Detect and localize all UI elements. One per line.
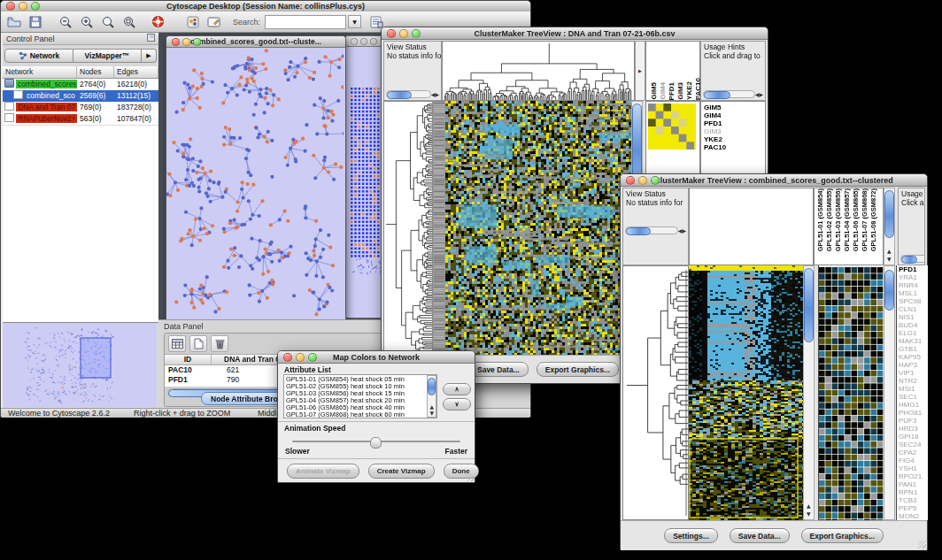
gene-label[interactable]: PAC10 [704,143,765,151]
tv2-status-scrollbar[interactable] [625,226,678,234]
network-table-row[interactable]: combined_scores_ 2764(0) 16218(0) [3,79,158,90]
annotation-icon[interactable] [205,13,224,31]
scroll-right-icon[interactable]: ▶ [435,91,439,97]
tv2-row-dendrogram[interactable] [622,265,689,520]
gene-label[interactable]: PUF3 [899,417,928,425]
close-button[interactable] [351,38,358,45]
close-button[interactable] [283,353,292,362]
gene-label[interactable]: YKE2 [704,135,765,143]
delete-attribute-icon[interactable] [211,335,228,352]
tv1-column-dendrogram[interactable] [442,41,635,101]
attribute-list-item[interactable]: GPL51-01 (GSM854) heat shock 05 min [286,376,435,383]
gene-label[interactable]: RPN1 [899,488,928,496]
minimize-button[interactable] [638,176,647,185]
gene-label[interactable]: PFD1 [704,119,765,127]
gene-label[interactable]: NIS1 [899,313,928,321]
network-overview[interactable] [3,322,158,408]
open-session-icon[interactable] [4,13,24,31]
gene-label[interactable]: MSI1 [899,385,928,393]
network-view-canvas[interactable] [166,48,344,319]
zoom-button[interactable] [651,176,660,185]
tv1-splitter-strip[interactable]: ▶ [635,41,645,101]
plugins-icon[interactable] [183,13,203,31]
zoom-button[interactable] [308,353,317,362]
network-table-row[interactable]: combined_sco 2569(6) 13112(15) [3,90,158,102]
search-dropdown-icon[interactable]: ▼ [348,15,361,28]
close-button[interactable] [626,176,635,185]
gene-label[interactable]: YRA1 [899,273,928,281]
gene-label[interactable]: VIP1 [899,369,928,377]
save-session-icon[interactable] [26,13,45,31]
column-label[interactable]: GPL51-07 (GSM868) [861,188,869,251]
float-panel-icon[interactable] [147,34,155,43]
gene-label[interactable]: SPC98 [899,297,928,305]
tab-vizmapper[interactable]: VizMapper™ [73,49,142,63]
scroll-down-icon[interactable]: ▼ [429,410,434,416]
network-window-a[interactable]: combined_scores_good.txt--cluste... [166,35,346,319]
gene-label[interactable]: GIM5 [704,104,765,111]
treeview1-titlebar[interactable]: ClusterMaker TreeView : DNA and Tran 07-… [382,27,768,40]
gene-label[interactable]: PEP5 [899,504,928,512]
close-button[interactable] [6,2,15,11]
zoom-button[interactable] [370,38,377,45]
tv1-zoom-heatmap[interactable] [648,104,696,150]
gene-label[interactable]: PHO81 [899,409,928,417]
column-label[interactable]: GIM4 [659,82,667,100]
gene-label[interactable]: SEC24 [899,441,928,449]
attribute-list-vscrollbar[interactable]: ▲ ▼ [427,375,436,418]
tv2-heatmap-vscrollbar[interactable]: ▲ ▼ [803,265,815,520]
gene-label[interactable]: MSL1 [899,289,928,297]
minimize-button[interactable] [296,353,305,362]
treeview-button[interactable]: Save Data... [468,362,529,377]
minimize-button[interactable] [360,38,367,45]
close-button[interactable] [387,29,396,38]
slider-thumb[interactable] [370,437,382,449]
column-label[interactable]: GPL51-08 (GSM872) [869,188,877,251]
zoom-button[interactable] [412,29,421,38]
new-attribute-icon[interactable] [189,335,207,352]
gene-label[interactable]: GPI16 [899,433,928,441]
column-label[interactable]: GPL51-02 (GSM855) [825,188,833,251]
column-label[interactable]: GIM3 [676,82,684,100]
tv1-usage-scrollbar[interactable] [703,90,755,98]
gene-label[interactable]: MAK31 [899,337,928,345]
resize-grip[interactable] [467,474,474,481]
tv2-zoom-heatmap[interactable] [818,265,884,520]
tab-overflow-button[interactable]: ▶ [142,49,157,63]
data-col-id[interactable]: ID [165,355,212,364]
move-up-button[interactable]: ∧ [443,383,471,395]
minimize-button[interactable] [19,2,27,11]
resize-grip[interactable] [918,541,926,548]
column-label[interactable]: GPL51-03 (GSM856) [834,188,842,251]
treeview-button[interactable]: Save Data... [730,528,790,543]
zoom-in-icon[interactable] [77,13,97,31]
tv1-row-dendrogram[interactable] [383,101,433,355]
animation-speed-slider[interactable] [292,437,460,446]
attribute-list-item[interactable]: GPL51-04 (GSM857) heat shock 20 min [286,397,435,404]
select-attributes-icon[interactable] [168,335,186,352]
treeview-button[interactable]: Export Graphics... [801,528,884,543]
attribute-list-item[interactable]: GPL51-06 (GSM865) heat shock 40 min [286,404,435,411]
gene-label[interactable]: BUD4 [899,321,928,329]
gene-label[interactable]: RNR4 [899,281,928,289]
gene-label[interactable]: ELG1 [899,329,928,337]
tv2-column-tree-area[interactable] [689,188,814,265]
expand-icon[interactable]: ▶ [638,68,642,74]
treeview2-titlebar[interactable]: ClusterMaker TreeView : combined_scores_… [621,174,927,187]
gene-label[interactable]: CLN1 [899,305,928,313]
scroll-up-icon[interactable]: ▲ [429,403,434,410]
gene-label[interactable]: CPA2 [899,449,928,456]
gene-label[interactable]: TCB3 [899,496,928,504]
dialog-button[interactable]: Create Vizmap [368,464,435,479]
column-label[interactable]: GPL51-01 (GSM854) [816,188,824,251]
gene-label[interactable]: MON2 [899,512,928,520]
search-input[interactable] [265,15,346,29]
network-table-header[interactable]: Network Nodes Edges [3,66,158,79]
column-label[interactable]: YKE2 [685,81,693,100]
zoom-selected-icon[interactable] [98,13,118,31]
tab-network[interactable]: Network [4,49,73,63]
network-table-row[interactable]: RNAPuberNov2+ 563(0) 107847(0) [3,113,158,125]
scroll-down-icon[interactable]: ▼ [887,256,892,262]
gene-label[interactable]: GTB1 [899,345,928,353]
column-label[interactable]: GPL51-04 (GSM857) [843,188,851,251]
